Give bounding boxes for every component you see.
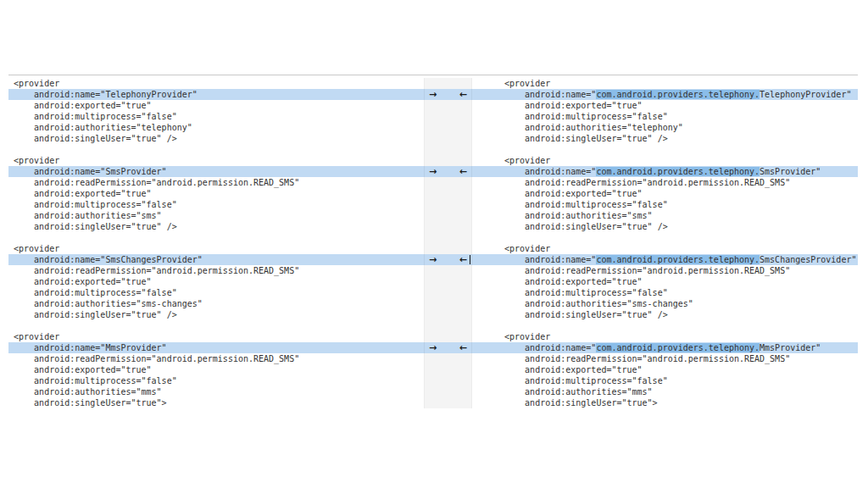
left-pane-code-line[interactable]: android:multiprocess="false" <box>8 111 424 122</box>
left-pane-code-line[interactable]: android:exported="true" <box>8 188 424 199</box>
right-pane-code-line[interactable]: android:multiprocess="false" <box>472 375 858 386</box>
apply-change-left-arrow-icon[interactable]: ← <box>459 89 467 100</box>
diff-gutter: → ← <box>424 221 472 232</box>
diff-row: <provider → ← <provider <box>8 331 858 342</box>
code-text: android:authorities="mms" <box>499 387 653 396</box>
apply-change-left-arrow-icon[interactable]: ← <box>459 342 467 353</box>
code-text: android:multiprocess="false" <box>499 200 668 209</box>
left-pane-code-line[interactable]: android:authorities="sms-changes" <box>8 298 424 309</box>
diff-gutter: → ← <box>424 342 472 353</box>
diff-gutter: → ← <box>424 177 472 188</box>
diff-row: android:exported="true" → ← android:expo… <box>8 100 858 111</box>
right-pane-code-line[interactable]: android:readPermission="android.permissi… <box>472 265 858 276</box>
diff-row: android:singleUser="true" /> → ← android… <box>8 309 858 320</box>
apply-change-right-arrow-icon[interactable]: → <box>429 342 437 353</box>
right-pane-code-line[interactable]: <provider <box>472 155 858 166</box>
right-pane-code-line[interactable]: android:exported="true" <box>472 364 858 375</box>
right-pane-code-line[interactable]: android:readPermission="android.permissi… <box>472 353 858 364</box>
diff-row: <provider → ← <provider <box>8 78 858 89</box>
apply-change-left-arrow-icon[interactable]: ← <box>459 254 467 265</box>
left-pane-code-line[interactable]: android:authorities="sms" <box>8 210 424 221</box>
diff-row: android:multiprocess="false" → ← android… <box>8 287 858 298</box>
code-text: android:name=" <box>499 343 596 352</box>
left-pane-code-line[interactable]: android:readPermission="android.permissi… <box>8 353 424 364</box>
right-pane-code-line[interactable]: android:multiprocess="false" <box>472 111 858 122</box>
right-pane-code-line[interactable]: android:authorities="mms" <box>472 386 858 397</box>
right-pane-code-line[interactable]: <provider <box>472 243 858 254</box>
diff-gutter: → ← <box>424 265 472 276</box>
diff-gutter: → ← <box>424 133 472 144</box>
apply-change-right-arrow-icon[interactable]: → <box>429 166 437 177</box>
diff-row: android:multiprocess="false" → ← android… <box>8 199 858 210</box>
right-pane-code-line[interactable]: android:multiprocess="false" <box>472 287 858 298</box>
right-pane-code-line[interactable]: android:exported="true" <box>472 100 858 111</box>
right-pane-code-line[interactable]: android:authorities="sms" <box>472 210 858 221</box>
left-pane-code-line[interactable]: android:exported="true" <box>8 100 424 111</box>
code-text: <provider <box>499 156 550 165</box>
left-pane-code-line[interactable]: android:singleUser="true" /> <box>8 309 424 320</box>
right-pane-code-line[interactable]: android:exported="true" <box>472 276 858 287</box>
left-pane-code-line[interactable]: <provider <box>8 78 424 89</box>
left-pane-code-line[interactable]: android:multiprocess="false" <box>8 199 424 210</box>
right-pane-code-line[interactable] <box>472 144 858 155</box>
left-pane-code-line[interactable]: <provider <box>8 243 424 254</box>
right-pane-code-line[interactable]: android:multiprocess="false" <box>472 199 858 210</box>
diff-row: android:name="MmsProvider" → ← android:n… <box>8 342 858 353</box>
left-pane-code-line[interactable]: android:authorities="telephony" <box>8 122 424 133</box>
diff-row: android:authorities="telephony" → ← andr… <box>8 122 858 133</box>
right-pane-code-line[interactable] <box>472 320 858 331</box>
inline-change-highlight: com.android.providers.telephony. <box>596 90 760 99</box>
left-pane-code-line[interactable]: android:singleUser="true" /> <box>8 133 424 144</box>
code-text: android:exported="true" <box>499 189 643 198</box>
code-text: android:singleUser="true" /> <box>499 134 668 143</box>
right-pane-code-line[interactable]: android:name="com.android.providers.tele… <box>472 254 858 265</box>
diff-row: android:exported="true" → ← android:expo… <box>8 276 858 287</box>
diff-gutter: → ← <box>424 78 472 89</box>
code-text: android:exported="true" <box>499 277 643 286</box>
right-pane-code-line[interactable]: android:readPermission="android.permissi… <box>472 177 858 188</box>
code-text: android:readPermission="android.permissi… <box>499 178 790 187</box>
diff-gutter: → ← <box>424 364 472 375</box>
left-pane-code-line[interactable]: android:readPermission="android.permissi… <box>8 177 424 188</box>
right-pane-code-line[interactable]: android:singleUser="true" /> <box>472 133 858 144</box>
right-pane-code-line[interactable]: android:singleUser="true" /> <box>472 309 858 320</box>
code-text: <provider <box>499 244 550 253</box>
left-pane-code-line[interactable]: android:singleUser="true"> <box>8 397 424 408</box>
apply-change-right-arrow-icon[interactable]: → <box>429 89 437 100</box>
right-pane-code-line[interactable]: android:singleUser="true"> <box>472 397 858 408</box>
right-pane-code-line[interactable]: android:name="com.android.providers.tele… <box>472 166 858 177</box>
right-pane-code-line[interactable]: android:singleUser="true" /> <box>472 221 858 232</box>
left-pane-code-line[interactable] <box>8 232 424 243</box>
left-pane-code-line[interactable]: android:readPermission="android.permissi… <box>8 265 424 276</box>
right-pane-code-line[interactable]: android:authorities="telephony" <box>472 122 858 133</box>
left-pane-code-line[interactable]: android:exported="true" <box>8 364 424 375</box>
apply-change-right-arrow-icon[interactable]: → <box>429 254 437 265</box>
left-pane-code-line[interactable]: <provider <box>8 331 424 342</box>
right-pane-code-line[interactable]: <provider <box>472 78 858 89</box>
left-pane-code-line[interactable]: android:name="MmsProvider" <box>8 342 424 353</box>
diff-gutter: → ← <box>424 375 472 386</box>
left-pane-code-line[interactable]: android:name="SmsProvider" <box>8 166 424 177</box>
left-pane-code-line[interactable]: <provider <box>8 155 424 166</box>
right-pane-code-line[interactable]: android:name="com.android.providers.tele… <box>472 342 858 353</box>
left-pane-code-line[interactable]: android:authorities="mms" <box>8 386 424 397</box>
left-pane-code-line[interactable]: android:name="TelephonyProvider" <box>8 89 424 100</box>
right-pane-code-line[interactable]: android:authorities="sms-changes" <box>472 298 858 309</box>
left-pane-code-line[interactable]: android:exported="true" <box>8 276 424 287</box>
code-text: android:singleUser="true" /> <box>499 222 668 231</box>
left-pane-code-line[interactable]: android:multiprocess="false" <box>8 375 424 386</box>
left-pane-code-line[interactable]: android:singleUser="true" /> <box>8 221 424 232</box>
right-pane-code-line[interactable]: <provider <box>472 331 858 342</box>
left-pane-code-line[interactable]: android:name="SmsChangesProvider" <box>8 254 424 265</box>
right-pane-code-line[interactable]: android:exported="true" <box>472 188 858 199</box>
diff-gutter: → ← <box>424 320 472 331</box>
diff-gutter: → ← <box>424 331 472 342</box>
code-text: android:authorities="telephony" <box>499 123 683 132</box>
left-pane-code-line[interactable] <box>8 144 424 155</box>
right-pane-code-line[interactable] <box>472 232 858 243</box>
right-pane-code-line[interactable]: android:name="com.android.providers.tele… <box>472 89 858 100</box>
left-pane-code-line[interactable]: android:multiprocess="false" <box>8 287 424 298</box>
apply-change-left-arrow-icon[interactable]: ← <box>459 166 467 177</box>
diff-row: <provider → ← <provider <box>8 155 858 166</box>
left-pane-code-line[interactable] <box>8 320 424 331</box>
